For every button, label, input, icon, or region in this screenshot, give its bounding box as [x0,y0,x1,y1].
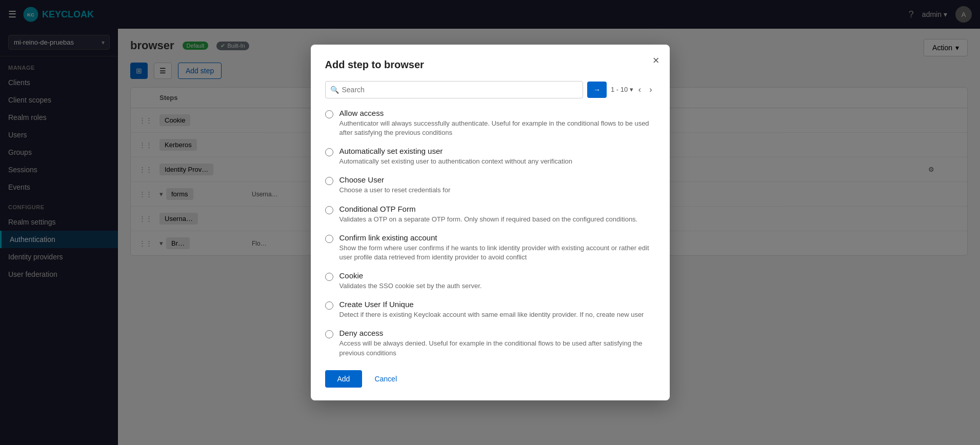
modal-search-bar: 🔍 → 1 - 10 ▾ ‹ › [325,81,655,98]
search-input-wrap: 🔍 [325,81,583,98]
option-name: Create User If Unique [339,300,644,309]
modal-overlay[interactable]: Add step to browser × 🔍 → 1 - 10 ▾ ‹ › [0,0,980,445]
prev-page-button[interactable]: ‹ [635,83,644,96]
search-input[interactable] [325,81,583,98]
option-radio-deny-access[interactable] [325,330,333,338]
option-desc: Authenticator will always successfully a… [339,119,655,137]
option-radio-cookie[interactable] [325,273,333,281]
option-name: Automatically set existing user [339,147,573,155]
option-name: Cookie [339,271,482,280]
modal-dialog: Add step to browser × 🔍 → 1 - 10 ▾ ‹ › [311,45,670,400]
option-desc: Choose a user to reset credentials for [339,186,451,195]
option-desc: Validates the SSO cookie set by the auth… [339,281,482,291]
option-create-user-unique[interactable]: Create User If Unique Detect if there is… [325,300,655,319]
modal-footer: Add Cancel [325,370,655,388]
search-icon: 🔍 [330,86,339,94]
option-deny-access[interactable]: Deny access Access will be always denied… [325,329,655,357]
option-radio-choose-user[interactable] [325,177,333,185]
search-submit-button[interactable]: → [587,82,607,98]
page-range: 1 - 10 ▾ [611,86,633,93]
option-cookie[interactable]: Cookie Validates the SSO cookie set by t… [325,271,655,291]
option-name: Allow access [339,109,655,117]
option-name: Choose User [339,175,451,184]
option-allow-access[interactable]: Allow access Authenticator will always s… [325,109,655,137]
option-confirm-link[interactable]: Confirm link existing account Show the f… [325,233,655,262]
cancel-button[interactable]: Cancel [368,370,403,388]
option-name: Confirm link existing account [339,233,655,242]
option-radio-allow-access[interactable] [325,110,333,118]
add-button[interactable]: Add [325,370,363,388]
option-desc: Validates a OTP on a separate OTP form. … [339,215,638,224]
chevron-down-icon[interactable]: ▾ [630,86,633,93]
option-radio-conditional-otp[interactable] [325,206,333,214]
option-conditional-otp[interactable]: Conditional OTP Form Validates a OTP on … [325,205,655,224]
option-radio-auto-set-user[interactable] [325,148,333,156]
option-desc: Detect if there is existing Keycloak acc… [339,310,644,319]
option-radio-confirm-link[interactable] [325,235,333,243]
option-desc: Automatically set existing user to authe… [339,157,573,166]
modal-close-button[interactable]: × [653,55,659,66]
option-radio-create-user-unique[interactable] [325,301,333,310]
options-list: Allow access Authenticator will always s… [325,109,655,358]
option-name: Conditional OTP Form [339,205,638,213]
next-page-button[interactable]: › [646,83,655,96]
option-desc: Show the form where user confirms if he … [339,244,655,262]
option-name: Deny access [339,329,655,337]
option-desc: Access will be always denied. Useful for… [339,339,655,357]
option-choose-user[interactable]: Choose User Choose a user to reset crede… [325,175,655,195]
modal-title: Add step to browser [325,59,655,71]
pagination-controls: 1 - 10 ▾ ‹ › [611,83,655,96]
option-auto-set-user[interactable]: Automatically set existing user Automati… [325,147,655,166]
